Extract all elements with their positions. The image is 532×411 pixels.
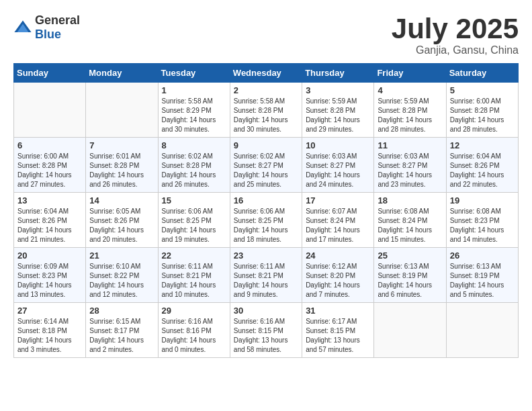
calendar-day-cell: 2Sunrise: 5:58 AM Sunset: 8:28 PM Daylig… — [230, 83, 302, 138]
day-info: Sunrise: 6:01 AM Sunset: 8:28 PM Dayligh… — [89, 152, 154, 189]
day-info: Sunrise: 6:00 AM Sunset: 8:28 PM Dayligh… — [450, 97, 515, 134]
day-number: 27 — [17, 306, 82, 316]
day-number: 3 — [306, 85, 370, 95]
calendar-week-row: 27Sunrise: 6:14 AM Sunset: 8:18 PM Dayli… — [14, 303, 519, 358]
day-number: 14 — [89, 195, 154, 205]
day-number: 10 — [306, 140, 370, 150]
calendar-day-cell — [374, 303, 446, 358]
calendar-day-cell: 31Sunrise: 6:17 AM Sunset: 8:15 PM Dayli… — [302, 303, 374, 358]
day-info: Sunrise: 5:58 AM Sunset: 8:29 PM Dayligh… — [162, 97, 226, 134]
day-info: Sunrise: 6:14 AM Sunset: 8:18 PM Dayligh… — [17, 317, 82, 355]
day-info: Sunrise: 6:16 AM Sunset: 8:15 PM Dayligh… — [234, 317, 298, 355]
calendar-day-cell: 27Sunrise: 6:14 AM Sunset: 8:18 PM Dayli… — [14, 303, 86, 358]
calendar-day-cell: 17Sunrise: 6:07 AM Sunset: 8:24 PM Dayli… — [302, 193, 374, 248]
logo-general-text: General — [35, 13, 80, 27]
day-number: 5 — [450, 85, 515, 95]
day-number: 19 — [450, 195, 515, 205]
day-number: 26 — [450, 250, 515, 261]
day-info: Sunrise: 6:02 AM Sunset: 8:27 PM Dayligh… — [234, 152, 298, 189]
calendar-day-cell — [446, 303, 518, 358]
calendar-day-cell: 24Sunrise: 6:12 AM Sunset: 8:20 PM Dayli… — [302, 248, 374, 303]
day-info: Sunrise: 6:11 AM Sunset: 8:21 PM Dayligh… — [162, 262, 226, 300]
calendar-day-cell: 19Sunrise: 6:08 AM Sunset: 8:23 PM Dayli… — [446, 193, 518, 248]
calendar-day-cell: 23Sunrise: 6:11 AM Sunset: 8:21 PM Dayli… — [230, 248, 302, 303]
weekday-header-saturday: Saturday — [446, 64, 518, 83]
day-info: Sunrise: 5:59 AM Sunset: 8:28 PM Dayligh… — [378, 97, 442, 134]
calendar-table: SundayMondayTuesdayWednesdayThursdayFrid… — [13, 63, 519, 358]
day-number: 25 — [378, 250, 442, 261]
logo-blue-text: Blue — [35, 28, 61, 41]
day-info: Sunrise: 6:12 AM Sunset: 8:20 PM Dayligh… — [306, 262, 370, 300]
location-title: Ganjia, Gansu, China — [392, 44, 519, 56]
day-info: Sunrise: 6:10 AM Sunset: 8:22 PM Dayligh… — [89, 262, 154, 300]
day-info: Sunrise: 5:59 AM Sunset: 8:28 PM Dayligh… — [306, 97, 370, 134]
weekday-header-thursday: Thursday — [302, 64, 374, 83]
calendar-day-cell: 13Sunrise: 6:04 AM Sunset: 8:26 PM Dayli… — [14, 193, 86, 248]
calendar-day-cell — [14, 83, 86, 138]
calendar-day-cell: 6Sunrise: 6:00 AM Sunset: 8:28 PM Daylig… — [14, 138, 86, 193]
day-number: 16 — [234, 195, 298, 205]
calendar-day-cell: 4Sunrise: 5:59 AM Sunset: 8:28 PM Daylig… — [374, 83, 446, 138]
day-number: 17 — [306, 195, 370, 205]
calendar-week-row: 20Sunrise: 6:09 AM Sunset: 8:23 PM Dayli… — [14, 248, 519, 303]
calendar-day-cell: 12Sunrise: 6:04 AM Sunset: 8:26 PM Dayli… — [446, 138, 518, 193]
calendar-day-cell: 22Sunrise: 6:11 AM Sunset: 8:21 PM Dayli… — [158, 248, 230, 303]
calendar-day-cell: 28Sunrise: 6:15 AM Sunset: 8:17 PM Dayli… — [86, 303, 158, 358]
calendar-week-row: 6Sunrise: 6:00 AM Sunset: 8:28 PM Daylig… — [14, 138, 519, 193]
day-number: 29 — [162, 306, 226, 316]
day-number: 15 — [162, 195, 226, 205]
day-info: Sunrise: 6:16 AM Sunset: 8:16 PM Dayligh… — [162, 317, 226, 355]
day-number: 7 — [89, 140, 154, 150]
logo-icon — [13, 18, 32, 37]
calendar-day-cell: 7Sunrise: 6:01 AM Sunset: 8:28 PM Daylig… — [86, 138, 158, 193]
day-number: 6 — [17, 140, 82, 150]
day-number: 8 — [162, 140, 226, 150]
calendar-day-cell: 5Sunrise: 6:00 AM Sunset: 8:28 PM Daylig… — [446, 83, 518, 138]
calendar-day-cell: 15Sunrise: 6:06 AM Sunset: 8:25 PM Dayli… — [158, 193, 230, 248]
calendar-day-cell: 16Sunrise: 6:06 AM Sunset: 8:25 PM Dayli… — [230, 193, 302, 248]
day-info: Sunrise: 6:09 AM Sunset: 8:23 PM Dayligh… — [17, 262, 82, 300]
day-info: Sunrise: 6:00 AM Sunset: 8:28 PM Dayligh… — [17, 152, 82, 189]
day-number: 18 — [378, 195, 442, 205]
day-number: 24 — [306, 250, 370, 261]
calendar-day-cell: 20Sunrise: 6:09 AM Sunset: 8:23 PM Dayli… — [14, 248, 86, 303]
day-number: 28 — [89, 306, 154, 316]
day-number: 9 — [234, 140, 298, 150]
calendar-day-cell: 18Sunrise: 6:08 AM Sunset: 8:24 PM Dayli… — [374, 193, 446, 248]
day-number: 30 — [234, 306, 298, 316]
day-number: 13 — [17, 195, 82, 205]
day-info: Sunrise: 6:13 AM Sunset: 8:19 PM Dayligh… — [378, 262, 442, 300]
day-number: 21 — [89, 250, 154, 261]
month-title: July 2025 — [392, 13, 519, 44]
calendar-day-cell: 30Sunrise: 6:16 AM Sunset: 8:15 PM Dayli… — [230, 303, 302, 358]
day-number: 23 — [234, 250, 298, 261]
day-number: 2 — [234, 85, 298, 95]
calendar-day-cell: 26Sunrise: 6:13 AM Sunset: 8:19 PM Dayli… — [446, 248, 518, 303]
day-number: 22 — [162, 250, 226, 261]
calendar-day-cell: 14Sunrise: 6:05 AM Sunset: 8:26 PM Dayli… — [86, 193, 158, 248]
calendar-day-cell: 9Sunrise: 6:02 AM Sunset: 8:27 PM Daylig… — [230, 138, 302, 193]
weekday-header-sunday: Sunday — [14, 64, 86, 83]
calendar-day-cell: 21Sunrise: 6:10 AM Sunset: 8:22 PM Dayli… — [86, 248, 158, 303]
day-number: 20 — [17, 250, 82, 261]
logo: General Blue — [13, 13, 80, 42]
calendar-day-cell: 8Sunrise: 6:02 AM Sunset: 8:28 PM Daylig… — [158, 138, 230, 193]
day-info: Sunrise: 6:07 AM Sunset: 8:24 PM Dayligh… — [306, 207, 370, 244]
page-header: General Blue July 2025 Ganjia, Gansu, Ch… — [13, 13, 519, 56]
calendar-day-cell: 1Sunrise: 5:58 AM Sunset: 8:29 PM Daylig… — [158, 83, 230, 138]
day-info: Sunrise: 6:08 AM Sunset: 8:23 PM Dayligh… — [450, 207, 515, 244]
calendar-day-cell: 11Sunrise: 6:03 AM Sunset: 8:27 PM Dayli… — [374, 138, 446, 193]
day-info: Sunrise: 6:05 AM Sunset: 8:26 PM Dayligh… — [89, 207, 154, 244]
day-info: Sunrise: 5:58 AM Sunset: 8:28 PM Dayligh… — [234, 97, 298, 134]
calendar-day-cell: 25Sunrise: 6:13 AM Sunset: 8:19 PM Dayli… — [374, 248, 446, 303]
day-info: Sunrise: 6:15 AM Sunset: 8:17 PM Dayligh… — [89, 317, 154, 355]
day-info: Sunrise: 6:06 AM Sunset: 8:25 PM Dayligh… — [162, 207, 226, 244]
day-number: 11 — [378, 140, 442, 150]
weekday-header-tuesday: Tuesday — [158, 64, 230, 83]
day-number: 1 — [162, 85, 226, 95]
day-info: Sunrise: 6:06 AM Sunset: 8:25 PM Dayligh… — [234, 207, 298, 244]
weekday-header-monday: Monday — [86, 64, 158, 83]
day-number: 31 — [306, 306, 370, 316]
day-number: 12 — [450, 140, 515, 150]
calendar-day-cell — [86, 83, 158, 138]
